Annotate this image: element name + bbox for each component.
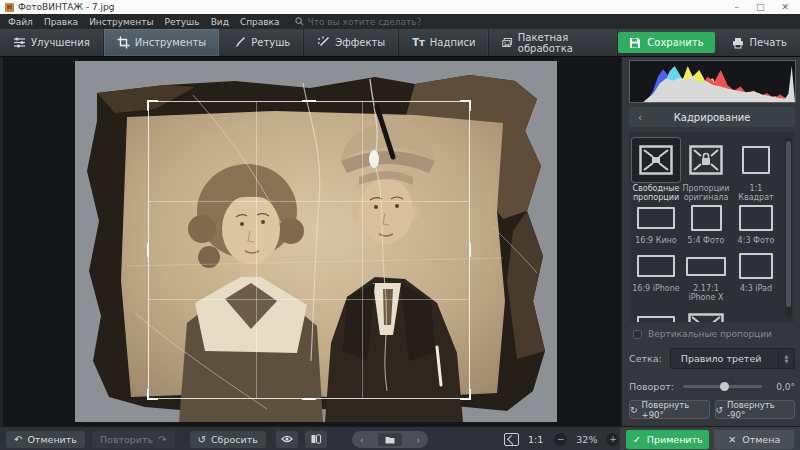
tab-enhancements[interactable]: Улучшения	[0, 29, 104, 56]
ratio-4-3-icon	[739, 253, 773, 279]
save-button[interactable]: Сохранить	[618, 32, 714, 53]
open-folder-button[interactable]	[378, 433, 402, 446]
menu-view[interactable]: Вид	[211, 17, 229, 27]
presets-scrollbar[interactable]	[785, 137, 792, 317]
printer-icon	[732, 37, 744, 49]
toolbar-tabs: Улучшения Инструменты Ретушь Эффекты Tт …	[0, 29, 800, 57]
preset-label: 1:1 Квадрат	[731, 184, 781, 202]
crop-handle-top-left[interactable]	[147, 100, 158, 111]
fit-to-screen-button[interactable]	[504, 433, 519, 446]
menu-retouch[interactable]: Ретушь	[165, 17, 200, 27]
scrollbar-thumb[interactable]	[786, 141, 791, 307]
undo-button[interactable]: ↶ Отменить	[6, 431, 85, 448]
tab-label: Пакетная обработка	[518, 32, 605, 54]
apply-cancel-bar: ✓ Применить ✕ Отмена	[620, 427, 800, 450]
bottom-toolbar: ↶ Отменить Повторить ↷ ↺ Сбросить ‹	[0, 426, 800, 450]
slider-thumb[interactable]	[720, 382, 729, 391]
preview-original-button[interactable]	[276, 431, 298, 448]
preset-label: 5:4 Фото	[688, 236, 725, 245]
menubar: Файл Правка Инструменты Ретушь Вид Справ…	[0, 14, 800, 29]
redo-button[interactable]: Повторить ↷	[92, 431, 175, 448]
tab-retouch[interactable]: Ретушь	[220, 29, 304, 56]
prev-photo-button[interactable]: ‹	[360, 435, 364, 445]
maximize-button[interactable]: □	[756, 0, 765, 14]
search-input[interactable]	[308, 17, 468, 27]
zoom-controls: 1:1 − 32% +	[504, 431, 619, 448]
folder-icon	[385, 436, 395, 444]
crop-handle-top-right[interactable]	[460, 100, 471, 111]
tab-effects[interactable]: Эффекты	[304, 29, 399, 56]
app-window: ФотоВИНТАЖ - 7.jpg – □ ✕ Файл Правка Инс…	[0, 0, 800, 450]
crop-handle-right[interactable]	[469, 243, 471, 257]
crop-panel: ‹ Кадрирование Свободные пропорции	[621, 57, 800, 426]
crop-handle-bottom-right[interactable]	[460, 389, 471, 400]
photo-canvas[interactable]	[0, 57, 621, 426]
close-button[interactable]: ✕	[781, 0, 789, 14]
crop-presets: Свободные пропорции Пропорции оригинала	[629, 132, 795, 322]
cancel-label: Отмена	[742, 434, 780, 445]
brush-icon	[233, 36, 246, 49]
crop-preset-partial[interactable]	[631, 312, 681, 322]
actual-size-button[interactable]: 1:1	[528, 434, 543, 445]
ratio-2-17-1-icon	[686, 257, 726, 276]
redo-label: Повторить	[100, 434, 153, 445]
crop-preset-16-9-iphone[interactable]: 16:9 iPhone	[631, 250, 681, 312]
redo-icon: ↷	[158, 434, 166, 445]
next-photo-button[interactable]: ›	[416, 435, 420, 445]
histogram	[629, 60, 796, 103]
select-spinner[interactable]: ▲ ▼	[778, 349, 794, 368]
menu-help[interactable]: Справка	[240, 17, 280, 27]
crop-handle-left[interactable]	[147, 243, 149, 257]
before-after-button[interactable]	[305, 431, 327, 448]
crop-preset-original[interactable]: Пропорции оригинала	[681, 138, 731, 202]
print-button[interactable]: Печать	[723, 32, 796, 53]
crop-preset-free[interactable]: Свободные пропорции	[631, 138, 681, 202]
ratio-1-1-icon	[742, 146, 770, 174]
crop-handle-bottom[interactable]	[302, 398, 316, 400]
crop-handle-top[interactable]	[302, 100, 316, 102]
tab-captions[interactable]: Tт Надписи	[399, 29, 489, 56]
rotate-ccw-button[interactable]: ↺ Повернуть -90°	[715, 400, 796, 419]
vertical-proportions-label: Вертикальные пропорции	[648, 329, 772, 339]
ratio-wide-icon	[637, 316, 675, 322]
tab-batch[interactable]: Пакетная обработка	[489, 29, 618, 56]
check-icon: ✓	[633, 434, 641, 445]
crop-preset-square[interactable]: 1:1 Квадрат	[731, 138, 781, 202]
crop-frame[interactable]	[148, 101, 470, 399]
menu-tools[interactable]: Инструменты	[89, 17, 153, 27]
rotate-cw-button[interactable]: ↻ Повернуть +90°	[629, 400, 710, 419]
back-icon[interactable]: ‹	[629, 112, 651, 123]
rotation-slider[interactable]	[683, 382, 762, 391]
rotate-cw-label: Повернуть +90°	[642, 400, 709, 420]
tab-tools[interactable]: Инструменты	[104, 29, 221, 56]
app-icon	[5, 3, 14, 12]
zoom-in-button[interactable]: +	[606, 433, 619, 446]
spin-down-icon: ▼	[785, 359, 789, 364]
preset-label: 16:9 Кино	[635, 236, 677, 245]
menu-file[interactable]: Файл	[8, 17, 33, 27]
locked-proportions-icon	[689, 145, 723, 175]
crop-preset-16-9-cinema[interactable]: 16:9 Кино	[631, 202, 681, 250]
apply-button[interactable]: ✓ Применить	[626, 430, 709, 449]
crop-handle-bottom-left[interactable]	[147, 389, 158, 400]
crop-preset-iphone-x[interactable]: 2.17:1 iPhone X	[681, 250, 731, 312]
search-icon	[295, 17, 304, 26]
zoom-out-button[interactable]: −	[554, 433, 567, 446]
cross-icon: ✕	[728, 434, 736, 445]
zoom-level: 32%	[576, 434, 597, 445]
cancel-button[interactable]: ✕ Отмена	[714, 430, 794, 449]
crop-preset-add-custom[interactable]	[681, 312, 731, 322]
rotate-cw-icon: ↻	[630, 405, 638, 415]
vertical-proportions-checkbox[interactable]	[633, 330, 642, 339]
undo-label: Отменить	[27, 434, 77, 445]
preset-label: Свободные пропорции	[631, 184, 681, 202]
crop-preset-5-4-photo[interactable]: 5:4 Фото	[681, 202, 731, 250]
rotate-ccw-label: Повернуть -90°	[727, 400, 794, 420]
crop-preset-4-3-photo[interactable]: 4:3 Фото	[731, 202, 781, 250]
reset-button[interactable]: ↺ Сбросить	[190, 431, 266, 448]
crop-preset-ipad[interactable]: 4:3 iPad	[731, 250, 781, 312]
minimize-button[interactable]: –	[734, 0, 739, 14]
menu-edit[interactable]: Правка	[44, 17, 78, 27]
grid-type-select[interactable]: Правило третей ▲ ▼	[670, 348, 795, 369]
grid-line-vertical	[362, 102, 363, 398]
